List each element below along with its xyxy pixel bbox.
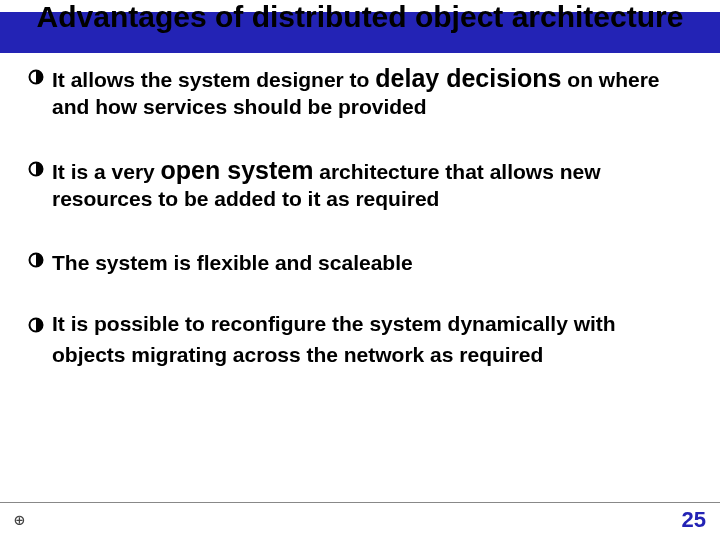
bullet-item: The system is flexible and scaleable <box>28 246 692 277</box>
footer-icon: ⊕ <box>14 509 25 531</box>
bullet-item: It is a very open system architecture th… <box>28 155 692 213</box>
bullet-icon <box>28 161 44 177</box>
page-number: 25 <box>682 507 706 533</box>
content-area: It allows the system designer to delay d… <box>0 53 720 369</box>
bullet-icon <box>28 252 44 268</box>
footer: ⊕ 25 <box>0 502 720 532</box>
bullet-text: It allows the system designer to delay d… <box>52 63 692 121</box>
bullet-item: It is possible to reconfigure the system… <box>28 311 692 369</box>
bullet-text: The system is flexible and scaleable <box>52 246 692 277</box>
bullet-icon <box>28 69 44 85</box>
bullet-item: It allows the system designer to delay d… <box>28 63 692 121</box>
slide-title: Advantages of distributed object archite… <box>20 0 700 33</box>
title-bar: Advantages of distributed object archite… <box>0 12 720 53</box>
bullet-text: It is a very open system architecture th… <box>52 155 692 213</box>
bullet-icon <box>28 317 44 333</box>
bullet-text: It is possible to reconfigure the system… <box>52 311 692 369</box>
